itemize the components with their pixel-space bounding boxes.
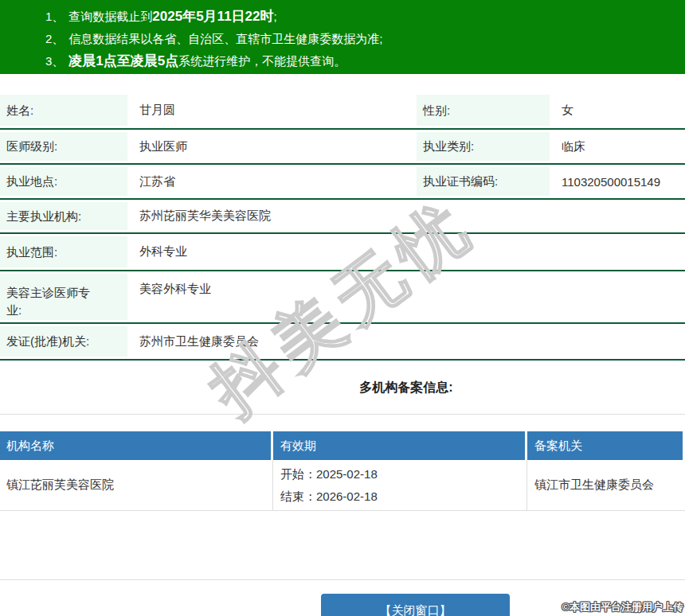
- field-label-practice-scope: 执业范围:: [0, 236, 127, 267]
- field-label-practice-location: 执业地点:: [0, 167, 127, 196]
- divider-line: [0, 414, 685, 415]
- field-value-practice-category: 临床: [562, 130, 685, 163]
- field-label-certificate-number: 执业证书编码:: [417, 167, 550, 196]
- field-value-issuing-authority: 苏州市卫生健康委员会: [139, 324, 685, 359]
- column-header-validity: 有效期: [273, 431, 527, 460]
- field-label-name: 姓名:: [0, 95, 127, 126]
- table-row: 姓名: 甘月圆 性别: 女: [0, 92, 685, 130]
- field-label-practice-category: 执业类别:: [417, 132, 550, 161]
- cell-validity: 开始：2025-02-18 结束：2026-02-18: [273, 460, 527, 510]
- multi-institution-table: 机构名称 有效期 备案机关 镇江芘丽芙美容医院 开始：2025-02-18 结束…: [0, 431, 685, 511]
- field-label-issuing-authority: 发证(批准)机关:: [0, 326, 127, 357]
- table-header-row: 机构名称 有效期 备案机关: [0, 431, 685, 460]
- field-label-cosmetic-specialty: 美容主诊医师专业:: [0, 274, 127, 320]
- notice-line-1: 1、查询数据截止到2025年5月11日22时;: [45, 6, 677, 28]
- practitioner-info-table: 姓名: 甘月圆 性别: 女 医师级别: 执业医师 执业类别: 临床 执业地点: …: [0, 92, 685, 361]
- table-row: 执业范围: 外科专业: [0, 234, 685, 271]
- multi-institution-section-title: 多机构备案信息:: [127, 380, 685, 396]
- field-label-main-institution: 主要执业机构:: [0, 202, 127, 230]
- notice-bold-text: 凌晨1点至凌晨5点: [68, 53, 178, 68]
- close-window-button[interactable]: 【关闭窗口】: [321, 594, 510, 616]
- divider-line: [0, 579, 685, 580]
- notice-bold-text: 2025年5月11日22时: [152, 9, 273, 24]
- column-header-record-authority: 备案机关: [527, 431, 683, 460]
- notice-text: ;: [274, 10, 277, 23]
- query-result-page: 1、查询数据截止到2025年5月11日22时; 2、信息数据结果以各省、自治区、…: [0, 0, 685, 616]
- cell-org-name: 镇江芘丽芙美容医院: [0, 460, 273, 510]
- field-label-gender: 性别:: [417, 95, 550, 126]
- validity-end: 结束：2026-02-18: [280, 485, 378, 508]
- notice-line-2: 2、信息数据结果以各省、自治区、直辖市卫生健康委数据为准;: [45, 28, 677, 50]
- notice-number: 1、: [45, 10, 64, 23]
- table-row: 主要执业机构: 苏州芘丽芙华美美容医院: [0, 200, 685, 234]
- field-label-doctor-level: 医师级别:: [0, 132, 127, 161]
- table-row: 美容主诊医师专业: 美容外科专业: [0, 271, 685, 324]
- upload-credit-watermark: ©本图由平台注册用户上传: [562, 600, 683, 614]
- field-value-cosmetic-specialty: 美容外科专业: [139, 271, 685, 322]
- table-row: 镇江芘丽芙美容医院 开始：2025-02-18 结束：2026-02-18 镇江…: [0, 460, 685, 511]
- field-value-main-institution: 苏州芘丽芙华美美容医院: [139, 200, 685, 232]
- table-row: 医师级别: 执业医师 执业类别: 临床: [0, 130, 685, 165]
- notice-text: 查询数据截止到: [68, 10, 152, 23]
- table-row: 执业地点: 江苏省 执业证书编码: 110320500015149: [0, 165, 685, 200]
- notice-line-3: 3、凌晨1点至凌晨5点系统进行维护，不能提供查询。: [45, 50, 677, 72]
- notice-number: 3、: [45, 54, 64, 68]
- field-value-practice-scope: 外科专业: [139, 234, 685, 270]
- cell-record-authority: 镇江市卫生健康委员会: [527, 460, 683, 510]
- validity-start: 开始：2025-02-18: [280, 463, 378, 485]
- field-value-certificate-number: 110320500015149: [562, 165, 685, 198]
- notice-text: 信息数据结果以各省、自治区、直辖市卫生健康委数据为准;: [68, 32, 382, 45]
- notice-number: 2、: [45, 32, 64, 45]
- table-row: 发证(批准)机关: 苏州市卫生健康委员会: [0, 324, 685, 361]
- column-header-org-name: 机构名称: [0, 431, 273, 460]
- field-value-gender: 女: [562, 92, 685, 128]
- notice-text: 系统进行维护，不能提供查询。: [178, 54, 346, 68]
- notice-banner: 1、查询数据截止到2025年5月11日22时; 2、信息数据结果以各省、自治区、…: [0, 0, 685, 74]
